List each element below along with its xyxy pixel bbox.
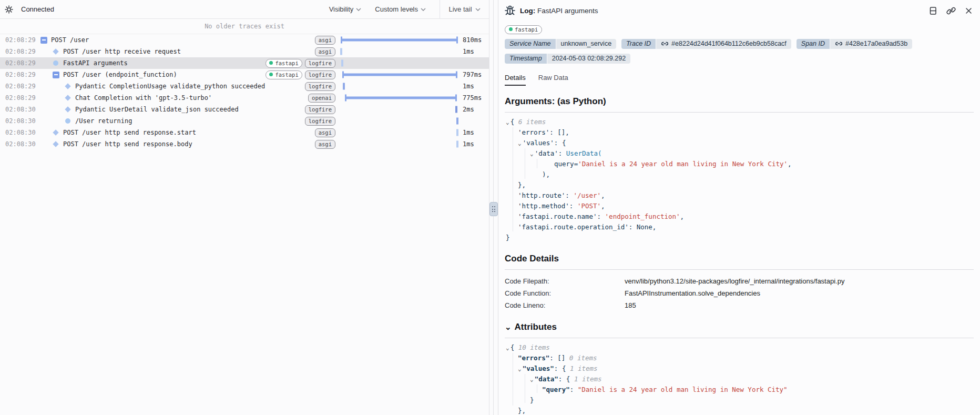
code-filepath-row: Code Filepath: venv/lib/python3.12/site-… <box>505 275 974 287</box>
span-collapse-icon[interactable] <box>40 36 47 44</box>
trace-id-chip[interactable]: Trace ID #e8224d24d41f064b112c6eb9cb58ca… <box>621 39 791 49</box>
tab-raw-data[interactable]: Raw Data <box>538 74 568 86</box>
gear-icon <box>5 5 13 14</box>
green-dot-icon <box>509 27 513 31</box>
trace-badges: fastapilogfire <box>266 59 335 68</box>
code-details-heading: Code Details <box>498 243 980 264</box>
duration-bar-track <box>340 104 460 115</box>
trace-row[interactable]: 02:08:29 POST /user (endpoint_function) … <box>0 69 489 80</box>
link-icon <box>835 41 843 47</box>
trace-row[interactable]: 02:08:30 /User returning logfire <box>0 115 489 127</box>
duration-bar-track <box>340 92 460 104</box>
badge-openai: openai <box>308 94 335 103</box>
duration-bar <box>456 129 458 136</box>
no-older-traces-banner: No older traces exist <box>0 19 489 34</box>
badge-fastapi: fastapi <box>266 59 302 68</box>
code-line: }, <box>498 180 980 190</box>
duration-bar <box>456 141 458 148</box>
chevron-down-icon <box>475 8 481 11</box>
trace-panel: Connected Visibility Custom levels Live … <box>0 0 489 415</box>
chevron-down-icon[interactable]: ⌄ <box>530 376 534 383</box>
meta-chips: Service Name unknown_service Trace ID #e… <box>498 34 980 64</box>
trace-timestamp: 02:08:29 <box>5 71 36 78</box>
trace-badges: asgi <box>315 47 335 56</box>
badge-logfire: logfire <box>305 70 335 79</box>
settings-button[interactable] <box>0 5 18 14</box>
trace-row[interactable]: 02:08:30 POST /user http send response.s… <box>0 127 489 138</box>
link-icon <box>661 41 669 47</box>
chevron-down-icon[interactable]: ⌄ <box>506 345 509 351</box>
diamond-icon <box>52 140 59 148</box>
trace-span-name: POST /user http send response.start <box>63 129 315 136</box>
badge-logfire: logfire <box>305 59 335 68</box>
duration-bar-track <box>340 80 460 92</box>
diamond-icon <box>64 106 72 113</box>
diamond-icon <box>52 129 59 136</box>
timestamp-chip: Timestamp 2024-05-03 02:08:29.292 <box>505 54 630 64</box>
close-icon[interactable] <box>965 7 973 15</box>
trace-row[interactable]: 02:08:29 POST /user http receive request… <box>0 46 489 57</box>
code-line: "errors": [] 0 items <box>498 353 980 363</box>
badge-asgi: asgi <box>315 128 335 137</box>
trace-timestamp: 02:08:29 <box>5 83 36 90</box>
attributes-tree: ⌄{ 10 items"errors": [] 0 items⌄"values"… <box>498 338 980 415</box>
live-tail-dropdown[interactable]: Live tail <box>440 0 489 19</box>
circle-icon <box>64 117 72 125</box>
trace-badges: logfire <box>305 117 335 126</box>
trace-badges: logfire <box>305 105 335 114</box>
trace-row[interactable]: 02:08:30 POST /user http send response.b… <box>0 138 489 150</box>
duration-bar <box>341 39 457 42</box>
code-function-row: Code Function: FastAPIInstrumentation.so… <box>505 287 974 299</box>
chevron-down-icon: ⌄ <box>505 325 512 330</box>
chevron-down-icon[interactable]: ⌄ <box>518 366 522 372</box>
trace-span-name: POST /user (endpoint_function) <box>63 71 266 78</box>
detail-tabs: Details Raw Data <box>498 68 980 86</box>
badge-logfire: logfire <box>305 117 335 126</box>
trace-row[interactable]: 02:08:29 FastAPI arguments fastapilogfir… <box>0 57 489 69</box>
trace-timestamp: 02:08:30 <box>5 129 36 136</box>
duration-bar <box>340 48 342 55</box>
trace-timestamp: 02:08:29 <box>5 94 36 102</box>
connection-status: Connected <box>21 5 54 13</box>
trace-span-name: Chat Completion with 'gpt-3.5-turbo' <box>75 94 308 102</box>
trace-duration: 775ms <box>463 94 489 102</box>
log-detail-panel: Log: FastAPI arguments fastapi <box>498 0 980 415</box>
attributes-heading[interactable]: ⌄ Attributes <box>498 311 980 332</box>
trace-badges: logfire <box>305 82 335 91</box>
service-name-chip: Service Name unknown_service <box>505 39 616 49</box>
duration-bar <box>456 118 458 125</box>
bug-icon <box>504 4 516 17</box>
green-dot-icon <box>269 73 273 76</box>
trace-row[interactable]: 02:08:30 Pydantic UserDetail validate_js… <box>0 104 489 115</box>
trace-span-name: POST /user <box>51 36 315 44</box>
panel-resize-handle[interactable] <box>489 202 498 216</box>
code-line: ), <box>498 169 980 180</box>
trace-badges: asgi <box>315 128 335 137</box>
badge-asgi: asgi <box>315 47 335 56</box>
panel-layout-icon[interactable] <box>928 6 937 15</box>
code-line: ⌄{ 6 items <box>498 117 980 127</box>
duration-bar-track <box>340 138 460 150</box>
trace-list: 02:08:29 POST /user asgi 810ms 02:08:29 … <box>0 34 489 150</box>
visibility-dropdown[interactable]: Visibility <box>329 5 362 13</box>
duration-bar-track <box>340 57 460 69</box>
trace-duration: 797ms <box>463 71 489 78</box>
chevron-down-icon[interactable]: ⌄ <box>530 150 534 157</box>
link-icon[interactable] <box>946 6 956 15</box>
arguments-tree: ⌄{ 6 items'errors': [],⌄'values': {⌄'dat… <box>498 113 980 243</box>
custom-levels-dropdown[interactable]: Custom levels <box>375 5 426 13</box>
tab-details[interactable]: Details <box>505 74 526 86</box>
span-collapse-icon[interactable] <box>52 71 59 78</box>
badge-logfire: logfire <box>305 82 335 91</box>
trace-row[interactable]: 02:08:29 POST /user asgi 810ms <box>0 34 489 46</box>
log-title: Log: FastAPI arguments <box>520 7 598 15</box>
trace-row[interactable]: 02:08:29 Pydantic CompletionUsage valida… <box>0 80 489 92</box>
trace-row[interactable]: 02:08:29 Chat Completion with 'gpt-3.5-t… <box>0 92 489 104</box>
tag-row: fastapi <box>498 19 980 34</box>
diamond-icon <box>52 48 59 55</box>
span-id-chip[interactable]: Span ID #428e17a0ea9ad53b <box>797 39 912 49</box>
chevron-down-icon[interactable]: ⌄ <box>518 140 522 147</box>
trace-span-name: POST /user http send response.body <box>63 140 315 148</box>
code-details-rows: Code Filepath: venv/lib/python3.12/site-… <box>498 270 980 311</box>
chevron-down-icon[interactable]: ⌄ <box>506 119 509 126</box>
